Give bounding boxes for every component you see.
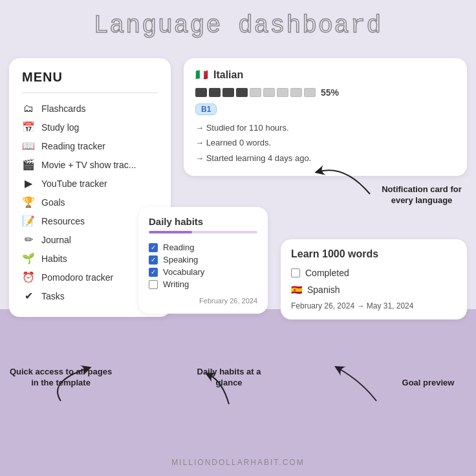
goal-language-flag: 🇪🇸	[291, 285, 302, 295]
progress-block	[195, 88, 207, 97]
menu-item-label: Reading tracker	[41, 141, 105, 151]
annotation-quick-access: Quick access to all pages in the templat…	[9, 367, 113, 389]
italian-card: 🇮🇹 Italian 55% B1 Studied for 110 hours.…	[184, 58, 467, 176]
habit-item: ✓Vocabulary	[149, 266, 257, 278]
menu-title: MENU	[22, 70, 158, 85]
menu-item-icon: ▶	[22, 177, 35, 189]
habit-item: ✓Reading	[149, 241, 257, 254]
italian-language-name: Italian	[213, 69, 243, 81]
habit-label: Vocabulary	[163, 267, 204, 277]
menu-item-icon: ✔	[22, 290, 35, 302]
italian-stats: Studied for 110 hours.Learned 0 words.St…	[195, 120, 455, 166]
level-badge: B1	[195, 103, 217, 115]
menu-item-icon: ⏰	[22, 271, 35, 283]
menu-item-icon: 📖	[22, 140, 35, 152]
menu-item[interactable]: 📝Resources	[22, 211, 158, 230]
menu-item-label: Movie + TV show trac...	[41, 160, 136, 170]
habits-items: ✓Reading✓Speaking✓VocabularyWriting	[149, 241, 257, 290]
italian-stat-item: Learned 0 words.	[195, 135, 455, 150]
habits-progress-fill	[149, 231, 192, 233]
habit-label: Speaking	[163, 255, 198, 265]
menu-item-icon: 📝	[22, 215, 35, 227]
goal-dates: February 26, 2024 → May 31, 2024	[291, 301, 457, 310]
habit-checkbox[interactable]: ✓	[149, 255, 158, 265]
menu-divider	[22, 92, 158, 93]
progress-block	[304, 88, 316, 97]
menu-item-label: Habits	[41, 254, 67, 264]
menu-item-label: Resources	[41, 216, 85, 226]
menu-item-label: Flashcards	[41, 103, 85, 114]
habit-checkbox[interactable]: ✓	[149, 243, 158, 252]
menu-item-icon: 🏆	[22, 196, 35, 208]
menu-item[interactable]: ✔Tasks	[22, 287, 158, 305]
habit-checkbox[interactable]	[149, 280, 158, 289]
annotation-notification: Notification card for every language	[376, 184, 467, 206]
italian-header: 🇮🇹 Italian	[195, 69, 455, 81]
menu-item-icon: 🎬	[22, 158, 35, 171]
habit-item: ✓Speaking	[149, 254, 257, 266]
annotation-daily-habits: Daily habits at a glance	[184, 367, 274, 389]
habit-label: Reading	[163, 243, 194, 252]
habits-date: February 26, 2024	[149, 297, 257, 305]
page-title: Language dashboard	[0, 0, 476, 39]
progress-block	[277, 88, 288, 97]
footer: MILLIONDOLLARHABIT.COM	[0, 458, 476, 467]
menu-item[interactable]: 🏆Goals	[22, 193, 158, 211]
progress-block	[263, 88, 275, 97]
menu-item-label: Journal	[41, 235, 71, 245]
goal-title: Learn 1000 words	[291, 248, 457, 260]
progress-block	[290, 88, 302, 97]
italian-stat-item: Studied for 110 hours.	[195, 120, 455, 135]
menu-item[interactable]: 📅Study log	[22, 118, 158, 136]
menu-item-label: YouTube tracker	[41, 178, 107, 189]
italian-stat-item: Started learning 4 days ago.	[195, 151, 455, 166]
habit-checkbox[interactable]: ✓	[149, 268, 158, 277]
menu-item[interactable]: ✏Journal	[22, 230, 158, 249]
goal-language-row: 🇪🇸 Spanish	[291, 285, 457, 295]
habit-label: Writing	[163, 279, 189, 289]
habits-title: Daily habits	[149, 216, 257, 227]
menu-item-label: Tasks	[41, 291, 65, 301]
progress-blocks	[195, 88, 316, 97]
menu-item[interactable]: ▶YouTube tracker	[22, 174, 158, 193]
menu-item[interactable]: 🗂Flashcards	[22, 100, 158, 118]
menu-item-label: Pomodoro tracker	[41, 272, 113, 283]
habits-card: Daily habits ✓Reading✓Speaking✓Vocabular…	[138, 207, 268, 314]
goal-completed-checkbox[interactable]	[291, 268, 300, 277]
menu-item[interactable]: 📖Reading tracker	[22, 136, 158, 155]
goal-card: Learn 1000 words Completed 🇪🇸 Spanish Fe…	[281, 239, 467, 319]
progress-pct: 55%	[321, 87, 339, 98]
italian-flag: 🇮🇹	[195, 69, 208, 81]
progress-block	[236, 88, 248, 97]
menu-item-icon: ✏	[22, 233, 35, 246]
progress-block	[250, 88, 261, 97]
menu-item[interactable]: 🌱Habits	[22, 249, 158, 268]
menu-item-icon: 🗂	[22, 103, 35, 114]
annotation-goal-preview: Goal preview	[389, 378, 467, 389]
habit-item: Writing	[149, 278, 257, 290]
menu-item-icon: 📅	[22, 121, 35, 133]
goal-language-name: Spanish	[307, 285, 340, 295]
menu-item-icon: 🌱	[22, 252, 35, 265]
menu-item-label: Goals	[41, 197, 65, 208]
progress-block	[222, 88, 234, 97]
menu-item[interactable]: 🎬Movie + TV show trac...	[22, 155, 158, 174]
goal-completed-label: Completed	[305, 268, 349, 278]
goal-completed-row: Completed	[291, 268, 457, 278]
menu-item-label: Study log	[41, 122, 79, 133]
progress-block	[209, 88, 221, 97]
progress-bar-container: 55%	[195, 87, 455, 98]
habits-progress-bar	[149, 231, 257, 233]
menu-item[interactable]: ⏰Pomodoro tracker	[22, 268, 158, 287]
